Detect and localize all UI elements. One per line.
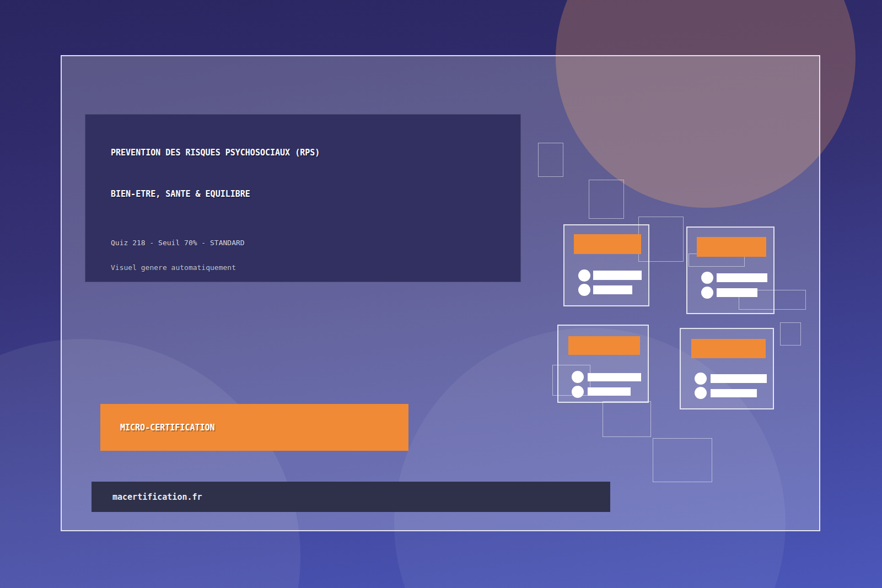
decor-outline-rect: [538, 143, 563, 177]
website-bar: macertification.fr: [92, 482, 610, 512]
bullet-dot-icon: [572, 371, 584, 383]
bullet-dot-icon: [578, 269, 590, 282]
bullet-dot-icon: [695, 387, 707, 399]
decor-outline-rect: [780, 322, 801, 346]
website-url: macertification.fr: [112, 492, 202, 502]
answer-line-block: [593, 285, 632, 294]
poster-canvas: { "poster": { "title": "PREVENTION DES R…: [0, 0, 882, 588]
decor-outline-rect: [653, 438, 712, 482]
card-header-block: [691, 339, 766, 358]
answer-line-block: [593, 271, 642, 280]
card-header-block: [568, 336, 640, 355]
bullet-dot-icon: [695, 373, 707, 385]
bullet-dot-icon: [572, 386, 584, 398]
quiz-info-line: Quiz 218 - Seuil 70% - STANDARD: [111, 239, 245, 247]
answer-line-block: [711, 389, 757, 397]
poster-subtitle: BIEN-ETRE, SANTE & EQUILIBRE: [111, 189, 250, 199]
bullet-dot-icon: [701, 287, 713, 299]
poster-title: PREVENTION DES RISQUES PSYCHOSOCIAUX (RP…: [111, 148, 320, 158]
decor-outline-rect: [638, 217, 684, 262]
answer-line-block: [588, 387, 631, 396]
quiz-card: [563, 224, 649, 306]
answer-line-block: [588, 373, 641, 381]
quiz-card: [680, 328, 774, 409]
decor-outline-rect: [589, 180, 624, 219]
answer-line-block: [717, 273, 767, 282]
card-header-block: [574, 234, 641, 254]
bullet-dot-icon: [578, 284, 590, 296]
certification-badge-banner: MICRO-CERTIFICATION: [100, 404, 408, 451]
headline-panel: PREVENTION DES RISQUES PSYCHOSOCIAUX (RP…: [85, 114, 521, 282]
answer-line-block: [711, 374, 767, 383]
answer-line-block: [717, 288, 757, 297]
bullet-dot-icon: [701, 272, 713, 284]
auto-note-line: Visuel genere automatiquement: [111, 263, 236, 272]
card-header-block: [697, 237, 766, 257]
badge-label: MICRO-CERTIFICATION: [120, 423, 215, 433]
decor-outline-rect: [603, 401, 651, 437]
